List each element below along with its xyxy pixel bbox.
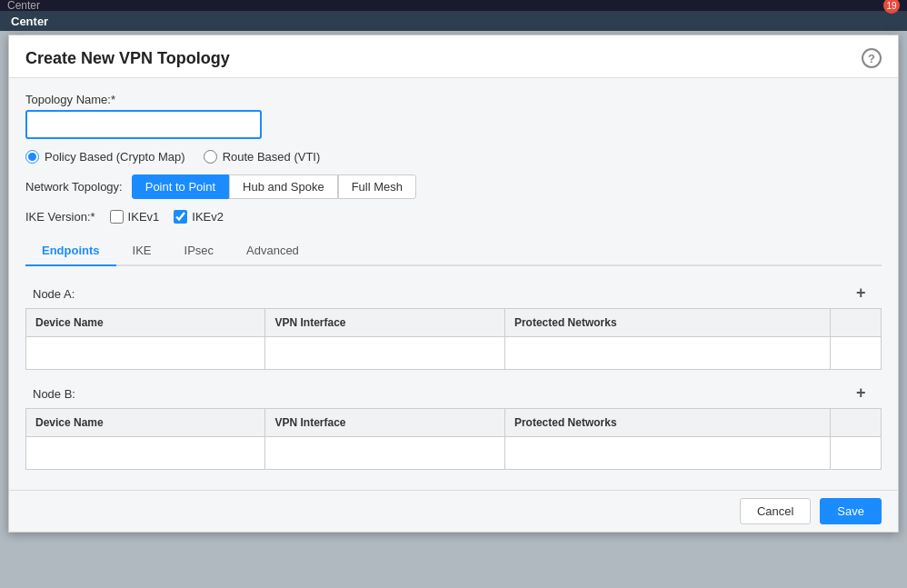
node-a-col-protected: Protected Networks — [504, 309, 830, 337]
node-a-add-icon[interactable]: + — [856, 284, 874, 303]
btn-point-to-point[interactable]: Point to Point — [132, 174, 229, 199]
modal-body: Topology Name:* Policy Based (Crypto Map… — [9, 78, 898, 490]
btn-full-mesh[interactable]: Full Mesh — [338, 174, 416, 199]
node-b-label: Node B: — [33, 387, 75, 401]
policy-based-radio-label[interactable]: Policy Based (Crypto Map) — [25, 150, 185, 164]
vpn-type-group: Policy Based (Crypto Map) Route Based (V… — [25, 150, 882, 164]
node-b-cell-action — [830, 437, 881, 470]
network-topology-btn-group: Point to Point Hub and Spoke Full Mesh — [132, 174, 416, 199]
node-a-col-device: Device Name — [26, 309, 265, 337]
topology-name-input[interactable] — [25, 110, 262, 139]
node-a-section: Node A: + Device Name VPN Interface — [25, 279, 882, 370]
topology-name-label: Topology Name:* — [25, 93, 882, 106]
header-bar: Center — [0, 11, 907, 31]
policy-based-radio[interactable] — [25, 150, 39, 164]
route-based-radio-label[interactable]: Route Based (VTI) — [204, 150, 321, 164]
node-a-col-action — [830, 309, 881, 337]
node-b-col-action — [830, 409, 881, 437]
tab-ike[interactable]: IKE — [116, 236, 168, 266]
topology-name-row: Topology Name:* — [25, 93, 882, 139]
node-a-cell-device — [26, 337, 265, 370]
node-b-col-vpn: VPN Interface — [265, 409, 504, 437]
ikev1-checkbox-label[interactable]: IKEv1 — [110, 210, 160, 224]
modal-create-vpn: Create New VPN Topology ? Topology Name:… — [8, 35, 899, 533]
save-button[interactable]: Save — [820, 498, 882, 524]
ikev2-checkbox[interactable] — [174, 210, 187, 224]
cancel-button[interactable]: Cancel — [740, 498, 811, 524]
node-a-cell-protected — [504, 337, 830, 370]
modal-title-bar: Create New VPN Topology ? — [9, 35, 898, 78]
node-a-col-vpn: VPN Interface — [265, 309, 504, 337]
node-b-table: Device Name VPN Interface Protected Netw… — [25, 408, 882, 470]
btn-hub-and-spoke[interactable]: Hub and Spoke — [229, 174, 338, 199]
ikev1-checkbox[interactable] — [110, 210, 124, 224]
node-b-col-device: Device Name — [26, 409, 265, 437]
help-icon[interactable]: ? — [862, 48, 882, 68]
tab-ipsec[interactable]: IPsec — [168, 236, 231, 266]
tab-endpoints[interactable]: Endpoints — [25, 236, 116, 266]
ikev2-checkbox-label[interactable]: IKEv2 — [174, 210, 224, 224]
node-a-table: Device Name VPN Interface Protected Netw… — [25, 308, 882, 370]
node-a-empty-row — [26, 337, 882, 370]
route-based-radio[interactable] — [204, 150, 217, 164]
node-b-col-protected: Protected Networks — [504, 409, 830, 437]
top-bar: Center 19 — [0, 0, 907, 11]
modal-footer: Cancel Save — [9, 490, 898, 532]
tabs-bar: Endpoints IKE IPsec Advanced — [25, 236, 882, 266]
node-b-section: Node B: + Device Name VPN Interface — [25, 379, 882, 470]
modal-title: Create New VPN Topology — [25, 49, 230, 68]
node-a-label: Node A: — [33, 287, 75, 301]
network-topology-label: Network Topology: — [25, 180, 123, 194]
node-a-header: Node A: + — [25, 279, 882, 308]
node-b-header: Node B: + — [25, 379, 882, 408]
app-title-header: Center — [11, 15, 48, 28]
app-title: Center — [7, 0, 40, 12]
ike-version-row: IKE Version:* IKEv1 IKEv2 — [25, 210, 882, 224]
node-b-add-icon[interactable]: + — [856, 384, 874, 403]
node-a-cell-action — [830, 337, 881, 370]
node-b-cell-vpn — [265, 437, 504, 470]
node-b-cell-device — [26, 437, 265, 470]
node-a-cell-vpn — [265, 337, 504, 370]
ike-version-label: IKE Version:* — [25, 210, 95, 224]
network-topology-row: Network Topology: Point to Point Hub and… — [25, 174, 882, 199]
tab-advanced[interactable]: Advanced — [230, 236, 315, 266]
node-b-cell-protected — [504, 437, 830, 470]
tab-content-endpoints: Node A: + Device Name VPN Interface — [25, 266, 882, 470]
node-b-empty-row — [26, 437, 882, 470]
